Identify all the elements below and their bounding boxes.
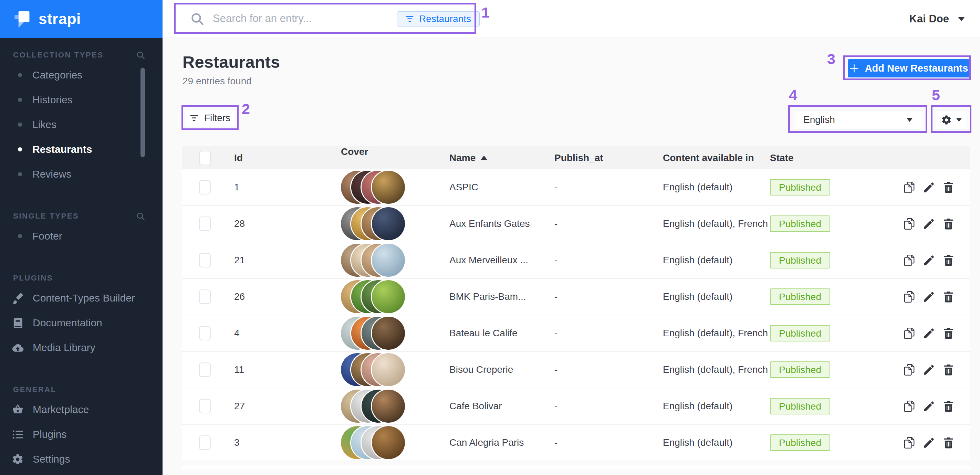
sidebar-item-footer[interactable]: Footer	[0, 224, 162, 248]
column-header-cover[interactable]: Cover	[341, 146, 449, 169]
cover-image	[372, 280, 405, 313]
delete-icon[interactable]	[942, 437, 955, 449]
table-row[interactable]: 11Bisou Creperie-English (default), Fren…	[182, 352, 970, 388]
row-select-cell	[182, 180, 234, 194]
sidebar-section-single-types: SINGLE TYPESFooter	[0, 208, 162, 248]
duplicate-icon[interactable]	[903, 291, 915, 303]
filter-icon	[190, 114, 198, 122]
duplicate-icon[interactable]	[903, 400, 915, 412]
duplicate-icon[interactable]	[903, 181, 915, 194]
duplicate-icon[interactable]	[903, 364, 915, 376]
row-checkbox[interactable]	[199, 435, 211, 450]
row-publish-at: -	[554, 182, 663, 193]
sidebar-item-restaurants[interactable]: Restaurants	[0, 137, 162, 162]
row-name-text: Cafe Bolivar	[449, 401, 502, 411]
add-new-restaurants-button[interactable]: Add New Restaurants	[848, 59, 970, 78]
row-state: Published	[770, 325, 853, 342]
table-row[interactable]: 21Aux Merveilleux ...-English (default)P…	[182, 242, 970, 279]
delete-icon[interactable]	[942, 327, 955, 339]
edit-icon[interactable]	[923, 364, 935, 376]
sidebar-item-plugins[interactable]: Plugins	[0, 422, 162, 447]
sidebar-item-settings[interactable]: Settings	[0, 447, 162, 472]
cloud-upload-icon	[12, 342, 24, 354]
search-icon[interactable]	[136, 212, 145, 221]
view-settings-button[interactable]	[936, 110, 967, 129]
edit-icon[interactable]	[923, 400, 935, 412]
table-row[interactable]: 27Cafe Bolivar-English (default)Publishe…	[182, 388, 970, 425]
filters-button[interactable]: Filters	[185, 109, 235, 127]
column-header-publish-at[interactable]: Publish_at	[554, 153, 663, 164]
row-name-text: Can Alegria Paris	[449, 437, 524, 448]
row-checkbox[interactable]	[199, 180, 211, 194]
column-header-id[interactable]: Id	[234, 153, 341, 164]
row-checkbox[interactable]	[199, 326, 211, 340]
edit-icon[interactable]	[923, 254, 935, 267]
column-header-name[interactable]: Name	[449, 153, 554, 164]
sidebar-item-label: Histories	[32, 94, 73, 106]
row-select-cell	[182, 326, 234, 340]
cover-image	[372, 353, 405, 386]
duplicate-icon[interactable]	[903, 327, 915, 339]
duplicate-icon[interactable]	[903, 254, 915, 267]
row-checkbox[interactable]	[199, 289, 211, 304]
table-row[interactable]: 1ASPIC-English (default)Published	[182, 169, 970, 206]
edit-icon[interactable]	[923, 218, 935, 230]
row-checkbox[interactable]	[199, 216, 211, 231]
row-checkbox[interactable]	[199, 399, 211, 413]
row-id: 4	[234, 328, 341, 339]
sidebar-item-media-library[interactable]: Media Library	[0, 335, 162, 360]
row-id: 11	[234, 364, 341, 375]
sidebar-section-plugins: PLUGINSContent-Types BuilderDocumentatio…	[0, 270, 162, 360]
table-body: 1ASPIC-English (default)Published28Aux E…	[182, 169, 970, 461]
table-row[interactable]: 28Aux Enfants Gates-English (default), F…	[182, 206, 970, 242]
delete-icon[interactable]	[942, 291, 955, 303]
table-row[interactable]: 4Bateau le Calife-English (default), Fre…	[182, 315, 970, 352]
delete-icon[interactable]	[942, 400, 955, 412]
sidebar-item-label: Categories	[32, 69, 82, 81]
strapi-logo[interactable]: strapi	[0, 0, 162, 38]
delete-icon[interactable]	[942, 218, 955, 230]
sidebar-item-label: Likes	[32, 119, 56, 130]
edit-icon[interactable]	[923, 291, 935, 303]
edit-icon[interactable]	[923, 437, 935, 449]
column-header-content-available-in[interactable]: Content available in	[663, 153, 770, 164]
search-filter-chip[interactable]: Restaurants	[397, 11, 480, 27]
row-checkbox[interactable]	[199, 253, 211, 267]
entries-table: Id Cover Name Publish_at Content availab…	[182, 146, 970, 475]
brush-icon	[12, 292, 24, 304]
sidebar-item-marketplace[interactable]: Marketplace	[0, 397, 162, 422]
filters-button-label: Filters	[204, 113, 231, 124]
locale-select[interactable]: English	[794, 110, 922, 129]
annotation-label-2: 2	[242, 100, 250, 118]
edit-icon[interactable]	[923, 181, 935, 194]
row-cover	[341, 169, 449, 205]
duplicate-icon[interactable]	[903, 218, 915, 230]
bullet-icon	[18, 122, 22, 127]
sidebar-item-categories[interactable]: Categories	[0, 63, 162, 87]
delete-icon[interactable]	[942, 181, 955, 194]
column-header-state[interactable]: State	[770, 153, 853, 164]
duplicate-icon[interactable]	[903, 437, 915, 449]
sidebar-item-reviews[interactable]: Reviews	[0, 162, 162, 187]
delete-icon[interactable]	[942, 254, 955, 267]
sidebar-scrollbar[interactable]	[140, 68, 145, 157]
bullet-icon	[18, 172, 22, 176]
edit-icon[interactable]	[923, 327, 935, 339]
row-checkbox[interactable]	[199, 362, 211, 377]
search-icon[interactable]	[136, 51, 145, 60]
select-all-checkbox[interactable]	[199, 151, 211, 165]
row-id: 1	[234, 182, 341, 193]
plus-icon	[850, 64, 859, 73]
delete-icon[interactable]	[942, 364, 955, 376]
table-row[interactable]: 26BMK Paris-Bam...-English (default)Publ…	[182, 279, 970, 315]
sidebar-item-documentation[interactable]: Documentation	[0, 310, 162, 335]
sidebar-item-histories[interactable]: Histories	[0, 87, 162, 112]
global-search-input[interactable]: Search for an entry... Restaurants	[162, 0, 506, 38]
sidebar-item-content-types-builder[interactable]: Content-Types Builder	[0, 286, 162, 310]
row-state: Published	[770, 252, 853, 268]
sidebar-item-label: Marketplace	[33, 404, 89, 415]
user-menu[interactable]: Kai Doe	[909, 0, 965, 38]
sidebar-item-likes[interactable]: Likes	[0, 112, 162, 137]
row-name-text: Bateau le Calife	[449, 328, 517, 339]
table-row[interactable]: 3Can Alegria Paris-English (default)Publ…	[182, 425, 970, 461]
